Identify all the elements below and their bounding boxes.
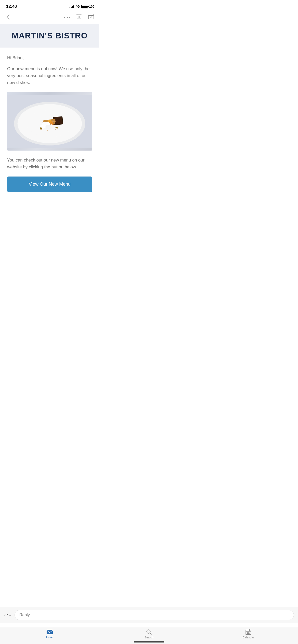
back-button[interactable]: [5, 13, 11, 21]
archive-button[interactable]: [88, 13, 94, 21]
email-body1: Our new menu is out now! We use only the…: [7, 65, 92, 86]
more-button[interactable]: [64, 14, 70, 20]
svg-point-21: [42, 122, 47, 125]
dish-image: [7, 92, 92, 151]
battery-level: 100: [89, 5, 94, 8]
svg-point-28: [57, 128, 58, 129]
dish-image-placeholder: [7, 92, 92, 151]
svg-point-26: [41, 129, 42, 130]
svg-point-27: [55, 129, 56, 130]
view-menu-button[interactable]: View Our New Menu: [7, 177, 92, 192]
signal-icon: [70, 5, 74, 8]
restaurant-name: MARTIN'S BISTRO: [5, 31, 94, 40]
status-icons: 4G 100: [70, 5, 94, 8]
email-header-banner: MARTIN'S BISTRO: [0, 24, 99, 48]
battery-icon: 100: [81, 5, 94, 8]
email-content: Hi Brian, Our new menu is out now! We us…: [0, 48, 99, 200]
svg-point-29: [47, 130, 48, 131]
svg-point-0: [64, 17, 65, 18]
nav-actions: [64, 13, 94, 21]
status-time: 12:40: [6, 4, 17, 9]
network-label: 4G: [76, 5, 80, 8]
email-body2: You can check out our new menu on our we…: [7, 157, 92, 170]
svg-rect-7: [88, 14, 94, 16]
svg-point-1: [67, 17, 68, 18]
svg-point-2: [69, 17, 70, 18]
status-bar: 12:40 4G 100: [0, 0, 99, 11]
nav-bar: [0, 11, 99, 24]
delete-button[interactable]: [76, 13, 82, 21]
email-greeting: Hi Brian,: [7, 55, 92, 61]
